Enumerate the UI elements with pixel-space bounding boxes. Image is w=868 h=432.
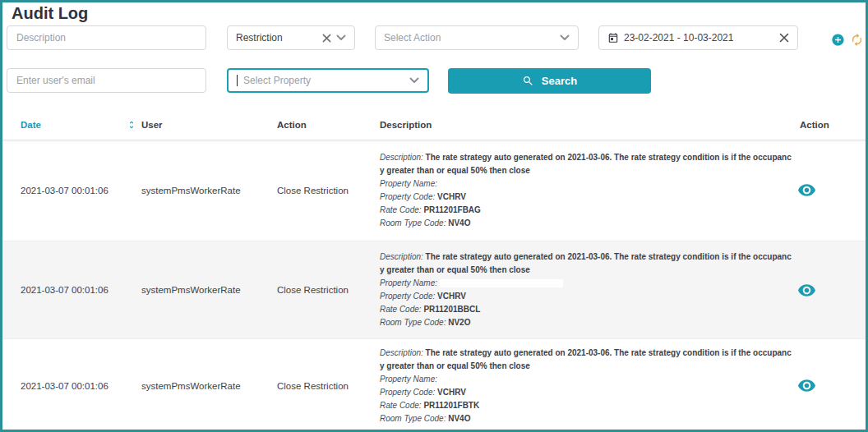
- rate-code-label: Rate Code:: [380, 305, 422, 314]
- property-name-label: Property Name:: [380, 278, 437, 287]
- chevron-down-icon[interactable]: [409, 77, 419, 84]
- header-description-label: Description: [380, 120, 793, 130]
- cell-user: systemPmsWorkerRate: [141, 381, 277, 391]
- audit-log-page: Audit Log Restriction Select Action 23-0…: [0, 0, 868, 432]
- room-type-code-label: Room Type Code:: [380, 218, 446, 227]
- property-name-label: Property Name:: [380, 375, 437, 384]
- cell-date: 2021-03-07 00:01:06: [21, 285, 141, 295]
- date-range-picker[interactable]: 23-02-2021 - 10-03-2021: [598, 25, 798, 50]
- table-row: 2021-03-07 00:01:06 systemPmsWorkerRate …: [2, 338, 866, 432]
- search-button-label: Search: [542, 75, 577, 87]
- add-circle-icon[interactable]: [831, 33, 845, 47]
- room-type-code-value: NV2O: [448, 318, 470, 327]
- cell-action: Close Restriction: [277, 285, 380, 295]
- description-value: The rate strategy auto generated on 2021…: [380, 348, 792, 370]
- restriction-selected-value: Restriction: [236, 32, 317, 44]
- cell-user: systemPmsWorkerRate: [141, 285, 277, 295]
- table-header-row: Date User Action Description Action: [2, 110, 866, 140]
- chevron-down-icon[interactable]: [560, 34, 570, 41]
- cell-row-action: [793, 284, 866, 296]
- property-code-value: VCHRV: [437, 292, 466, 301]
- rate-code-value: PR11201BBCL: [423, 305, 480, 314]
- rate-code-value: PR11201FBAG: [423, 205, 480, 214]
- description-label: Description:: [380, 348, 423, 357]
- cell-description: Description: The rate strategy auto gene…: [380, 151, 793, 230]
- cell-user: systemPmsWorkerRate: [141, 186, 277, 195]
- header-date-sortable[interactable]: Date: [21, 119, 141, 131]
- room-type-code-label: Room Type Code:: [380, 318, 446, 327]
- search-icon: [522, 75, 534, 87]
- restriction-type-dropdown[interactable]: Restriction: [227, 25, 355, 50]
- table-row: 2021-03-07 00:01:06 systemPmsWorkerRate …: [2, 140, 866, 241]
- property-code-value: VCHRV: [437, 192, 466, 201]
- view-details-button[interactable]: [798, 284, 815, 296]
- description-value: The rate strategy auto generated on 2021…: [380, 153, 792, 175]
- refresh-icon[interactable]: [850, 33, 864, 47]
- header-date-label: Date: [21, 120, 41, 130]
- action-placeholder: Select Action: [384, 32, 555, 44]
- user-email-filter-input[interactable]: [7, 68, 206, 93]
- table-body: 2021-03-07 00:01:06 systemPmsWorkerRate …: [2, 140, 866, 432]
- cell-date: 2021-03-07 00:01:06: [21, 381, 141, 391]
- rate-code-value: PR11201FBTK: [423, 401, 479, 410]
- table-row: 2021-03-07 00:01:06 systemPmsWorkerRate …: [2, 241, 866, 338]
- cell-action: Close Restriction: [277, 381, 380, 391]
- sort-unfold-icon[interactable]: [127, 119, 136, 131]
- property-placeholder: Select Property: [243, 75, 404, 86]
- cell-description: Description: The rate strategy auto gene…: [380, 347, 793, 425]
- clear-restriction-icon[interactable]: [322, 34, 331, 43]
- rate-code-label: Rate Code:: [380, 401, 422, 410]
- search-button[interactable]: Search: [448, 68, 651, 94]
- property-code-label: Property Code:: [380, 388, 435, 397]
- description-label: Description:: [380, 153, 423, 162]
- date-range-value: 23-02-2021 - 10-03-2021: [624, 32, 774, 44]
- calendar-icon: [607, 32, 619, 44]
- property-code-label: Property Code:: [380, 192, 435, 201]
- property-code-label: Property Code:: [380, 292, 435, 301]
- room-type-code-value: NV4O: [448, 414, 470, 423]
- view-details-button[interactable]: [798, 184, 815, 196]
- description-filter-input[interactable]: [7, 25, 206, 50]
- header-action-label: Action: [277, 120, 380, 130]
- cell-description: Description: The rate strategy auto gene…: [380, 250, 793, 329]
- room-type-code-label: Room Type Code:: [380, 414, 446, 423]
- redacted-property-name: [440, 375, 563, 384]
- property-name-label: Property Name:: [380, 179, 437, 188]
- cell-date: 2021-03-07 00:01:06: [21, 186, 141, 195]
- header-user-label: User: [141, 120, 277, 130]
- header-row-action-label: Action: [800, 120, 866, 130]
- room-type-code-value: NV4O: [448, 218, 470, 227]
- property-code-value: VCHRV: [437, 388, 466, 397]
- cell-action: Close Restriction: [277, 186, 380, 195]
- redacted-property-name: [440, 180, 563, 188]
- cell-row-action: [793, 379, 866, 392]
- redacted-property-name: [440, 279, 563, 287]
- page-title: Audit Log: [12, 2, 88, 24]
- clear-date-icon[interactable]: [779, 33, 789, 43]
- property-filter-dropdown[interactable]: Select Property: [227, 68, 429, 93]
- text-caret: [237, 75, 238, 86]
- description-value: The rate strategy auto generated on 2021…: [380, 252, 792, 274]
- action-filter-dropdown[interactable]: Select Action: [375, 25, 579, 50]
- rate-code-label: Rate Code:: [380, 205, 422, 214]
- chevron-down-icon[interactable]: [336, 34, 346, 41]
- description-label: Description:: [380, 252, 423, 261]
- view-details-button[interactable]: [798, 379, 815, 392]
- cell-row-action: [793, 184, 866, 196]
